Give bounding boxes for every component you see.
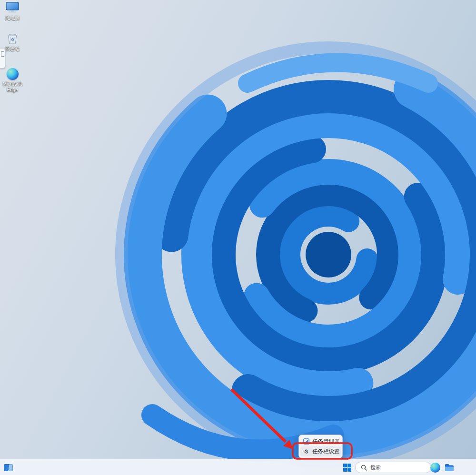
widgets-icon[interactable] bbox=[2, 462, 14, 473]
desktop-icon-edge[interactable]: Microsoft Edge bbox=[0, 68, 25, 92]
folder-icon bbox=[445, 464, 454, 471]
annotation-overlay bbox=[0, 0, 476, 475]
desktop-icon-label: 此电脑 bbox=[5, 15, 20, 21]
taskbar: 搜索 bbox=[0, 459, 476, 475]
windows-logo-icon bbox=[343, 464, 351, 472]
desktop-icon-this-pc[interactable]: 此电脑 bbox=[0, 1, 25, 21]
taskbar-search[interactable]: 搜索 bbox=[355, 462, 431, 473]
wallpaper-bloom bbox=[0, 0, 476, 475]
menu-item-taskbar-settings[interactable]: ⚙ 任务栏设置 bbox=[300, 446, 341, 456]
svg-text:♻: ♻ bbox=[10, 38, 14, 42]
side-panel-handle[interactable] bbox=[0, 48, 5, 69]
start-button[interactable] bbox=[341, 462, 353, 473]
menu-item-label: 任务管理器 bbox=[312, 438, 340, 445]
edge-taskbar-icon[interactable] bbox=[429, 462, 441, 473]
edge-taskbar-icon-art bbox=[430, 463, 440, 473]
annotation-arrow-shaft bbox=[231, 389, 286, 442]
search-icon bbox=[361, 465, 367, 471]
menu-item-task-manager[interactable]: 任务管理器 bbox=[300, 436, 341, 446]
gear-icon: ⚙ bbox=[303, 448, 309, 455]
taskbar-context-menu: 任务管理器 ⚙ 任务栏设置 bbox=[298, 435, 343, 458]
recycle-bin-icon: ♻ bbox=[5, 32, 20, 45]
task-manager-icon bbox=[303, 438, 309, 445]
edge-icon bbox=[5, 68, 20, 80]
menu-item-label: 任务栏设置 bbox=[312, 448, 340, 455]
desktop-icon-label: 回收站 bbox=[5, 46, 20, 52]
desktop: 此电脑 ♻ 回收站 Microsoft Edge bbox=[0, 0, 476, 475]
search-placeholder: 搜索 bbox=[370, 464, 381, 471]
file-explorer-icon[interactable] bbox=[444, 462, 455, 473]
annotation-arrow-head bbox=[283, 440, 293, 449]
desktop-icon-label: Microsoft Edge bbox=[0, 81, 25, 92]
this-pc-icon bbox=[5, 1, 20, 14]
widgets-icon-art bbox=[4, 464, 13, 471]
